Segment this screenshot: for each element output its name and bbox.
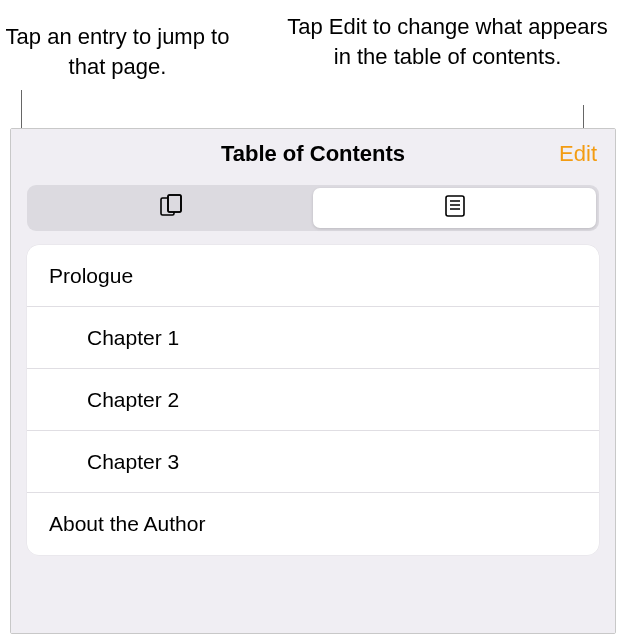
toc-list: Prologue Chapter 1 Chapter 2 Chapter 3 A… [27,245,599,555]
toc-entry[interactable]: Chapter 1 [27,307,599,369]
toc-panel: Table of Contents Edit [10,128,616,634]
toc-entry-label: About the Author [49,512,205,536]
toc-entry-label: Chapter 2 [87,388,179,412]
callout-entry-tap: Tap an entry to jump to that page. [0,22,235,81]
svg-rect-3 [446,196,464,216]
svg-rect-1 [168,195,181,212]
panel-title: Table of Contents [221,141,405,167]
toc-entry[interactable]: Chapter 2 [27,369,599,431]
segment-list[interactable] [313,188,596,228]
toc-entry[interactable]: Chapter 3 [27,431,599,493]
toc-entry[interactable]: Prologue [27,245,599,307]
panel-inner: Table of Contents Edit [11,129,615,633]
callout-edit-tap: Tap Edit to change what appears in the t… [280,12,615,71]
segment-thumbnails[interactable] [30,188,313,228]
view-segmented-control[interactable] [27,185,599,231]
toc-list-icon [441,194,469,222]
toc-entry[interactable]: About the Author [27,493,599,555]
pages-thumbnails-icon [158,194,186,222]
edit-button[interactable]: Edit [559,141,597,167]
toc-entry-label: Chapter 1 [87,326,179,350]
toc-entry-label: Chapter 3 [87,450,179,474]
panel-header: Table of Contents Edit [11,129,615,179]
toc-entry-label: Prologue [49,264,133,288]
